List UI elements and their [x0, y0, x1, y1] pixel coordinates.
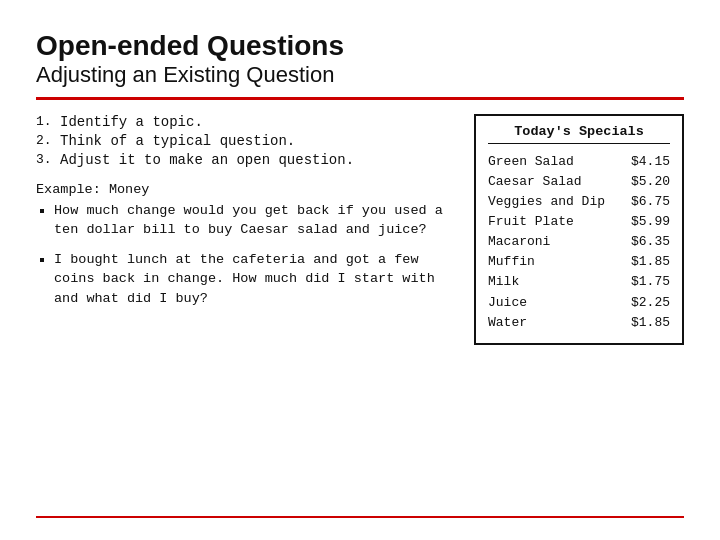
title-main: Open-ended Questions: [36, 30, 684, 62]
right-column: Today's Specials Green Salad$4.15Caesar …: [474, 114, 684, 345]
specials-item-price: $5.99: [631, 212, 670, 232]
specials-box: Today's Specials Green Salad$4.15Caesar …: [474, 114, 684, 345]
specials-item-name: Green Salad: [488, 152, 574, 172]
specials-item-price: $4.15: [631, 152, 670, 172]
specials-item-name: Milk: [488, 272, 519, 292]
example-title: Example: Money: [36, 182, 454, 197]
specials-rows: Green Salad$4.15Caesar Salad$5.20Veggies…: [488, 152, 670, 333]
step-2: 2. Think of a typical question.: [36, 133, 454, 149]
step-3-text: Adjust it to make an open question.: [60, 152, 354, 168]
specials-item-name: Caesar Salad: [488, 172, 582, 192]
title-sub: Adjusting an Existing Question: [36, 62, 684, 88]
step-1-num: 1.: [36, 114, 54, 130]
specials-item-price: $1.75: [631, 272, 670, 292]
specials-row: Macaroni$6.35: [488, 232, 670, 252]
specials-row: Fruit Plate$5.99: [488, 212, 670, 232]
specials-item-name: Muffin: [488, 252, 535, 272]
specials-item-name: Fruit Plate: [488, 212, 574, 232]
step-2-num: 2.: [36, 133, 54, 149]
example-block: Example: Money How much change would you…: [36, 182, 454, 309]
step-3-num: 3.: [36, 152, 54, 168]
specials-item-name: Veggies and Dip: [488, 192, 605, 212]
specials-item-name: Juice: [488, 293, 527, 313]
specials-row: Water$1.85: [488, 313, 670, 333]
main-content: 1. Identify a topic. 2. Think of a typic…: [36, 114, 684, 345]
specials-row: Caesar Salad$5.20: [488, 172, 670, 192]
specials-title: Today's Specials: [488, 124, 670, 144]
specials-row: Juice$2.25: [488, 293, 670, 313]
step-2-text: Think of a typical question.: [60, 133, 295, 149]
step-1: 1. Identify a topic.: [36, 114, 454, 130]
specials-item-price: $5.20: [631, 172, 670, 192]
bullet-list: How much change would you get back if yo…: [36, 201, 454, 309]
specials-row: Veggies and Dip$6.75: [488, 192, 670, 212]
specials-row: Green Salad$4.15: [488, 152, 670, 172]
specials-item-price: $6.35: [631, 232, 670, 252]
specials-item-price: $1.85: [631, 313, 670, 333]
specials-item-price: $2.25: [631, 293, 670, 313]
bottom-divider: [36, 516, 684, 518]
bullet-2: I bought lunch at the cafeteria and got …: [54, 250, 454, 309]
specials-item-price: $6.75: [631, 192, 670, 212]
title-block: Open-ended Questions Adjusting an Existi…: [36, 30, 684, 89]
step-1-text: Identify a topic.: [60, 114, 203, 130]
slide: Open-ended Questions Adjusting an Existi…: [0, 0, 720, 540]
specials-item-price: $1.85: [631, 252, 670, 272]
specials-row: Muffin$1.85: [488, 252, 670, 272]
bullet-1: How much change would you get back if yo…: [54, 201, 454, 240]
specials-row: Milk$1.75: [488, 272, 670, 292]
left-column: 1. Identify a topic. 2. Think of a typic…: [36, 114, 454, 319]
step-3: 3. Adjust it to make an open question.: [36, 152, 454, 168]
specials-item-name: Water: [488, 313, 527, 333]
red-divider: [36, 97, 684, 100]
specials-item-name: Macaroni: [488, 232, 550, 252]
numbered-list: 1. Identify a topic. 2. Think of a typic…: [36, 114, 454, 168]
